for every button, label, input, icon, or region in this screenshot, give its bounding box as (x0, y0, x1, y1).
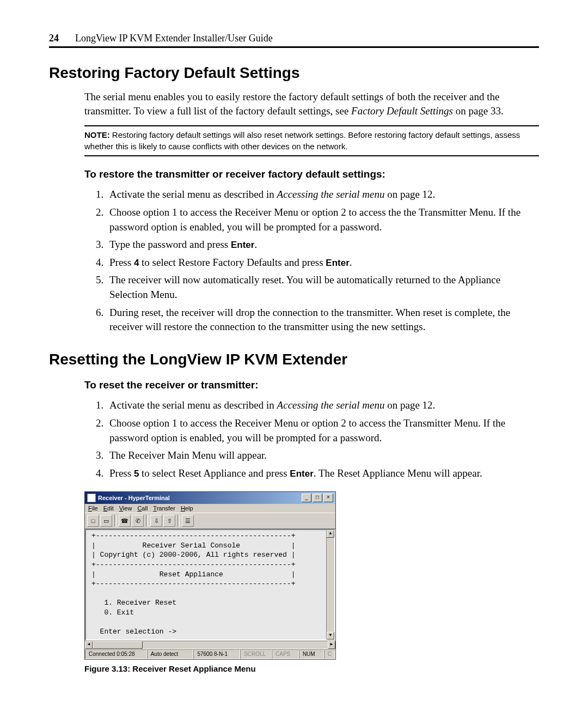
toolbar-open-icon[interactable]: ▭ (100, 515, 112, 527)
page: 24 LongView IP KVM Extender Installer/Us… (0, 0, 588, 695)
step-text: Type the password and press (109, 239, 231, 250)
section2-body: To reset the receiver or transmitter: Ac… (84, 378, 539, 481)
menu-transfer[interactable]: Transfer (153, 505, 175, 512)
step-text: on page 12. (384, 188, 435, 200)
scroll-down-icon[interactable]: ▼ (327, 632, 334, 640)
vertical-scrollbar[interactable]: ▲▼ (326, 530, 334, 640)
step-text: . The Reset Appliance Menu will appear. (314, 467, 482, 479)
window-title: Receiver - HyperTerminal (98, 495, 302, 501)
doc-title: LongView IP KVM Extender Installer/User … (75, 33, 273, 44)
intro-paragraph: The serial menu enables you to easily re… (84, 90, 539, 118)
note-label: NOTE: (84, 130, 110, 139)
menu-view[interactable]: View (119, 505, 132, 512)
terminal-text: +---------------------------------------… (91, 532, 295, 635)
step-text: to select Restore Factory Defaults and p… (139, 257, 326, 268)
step-text: . (350, 257, 352, 268)
toolbar-connect-icon[interactable]: ☎ (119, 515, 131, 527)
step: Type the password and press Enter. (106, 238, 539, 252)
step: Activate the serial menu as described in… (106, 187, 539, 202)
steps-list-2: Activate the serial menu as described in… (84, 398, 539, 480)
step: Press 4 to select Restore Factory Defaul… (106, 255, 539, 270)
section1-body: The serial menu enables you to easily re… (84, 90, 539, 334)
key-5: 5 (134, 468, 139, 479)
statusbar: Connected 0:05:28 Auto detect 57600 8-N-… (85, 649, 335, 659)
key-enter: Enter (231, 240, 254, 250)
section-heading-restoring: Restoring Factory Default Settings (49, 64, 539, 82)
maximize-button[interactable]: □ (313, 494, 322, 502)
status-num: NUM (299, 649, 324, 659)
step: Activate the serial menu as described in… (106, 398, 539, 413)
figure-3-13: Receiver - HyperTerminal _ □ × File Edit… (84, 491, 539, 673)
toolbar-send-icon[interactable]: ⇩ (150, 515, 162, 527)
scroll-thumb[interactable] (93, 641, 143, 649)
key-4: 4 (134, 258, 139, 268)
step-text: on page 12. (384, 399, 435, 411)
section-heading-resetting: Resetting the LongView IP KVM Extender (49, 351, 539, 368)
step-crossref: Accessing the serial menu (277, 399, 385, 411)
toolbar-disconnect-icon[interactable]: ✆ (132, 515, 144, 527)
step: The receiver will now automatically rese… (106, 273, 539, 302)
step: Choose option 1 to access the Receiver M… (106, 416, 539, 445)
toolbar-separator (146, 515, 148, 527)
step: The Receiver Main Menu will appear. (106, 448, 539, 463)
scroll-left-icon[interactable]: ◄ (85, 641, 93, 649)
toolbar: □ ▭ ☎ ✆ ⇩ ⇧ ☰ (85, 513, 335, 529)
procedure-heading-1: To restore the transmitter or receiver f… (84, 167, 539, 181)
status-detect: Auto detect (147, 649, 194, 659)
menubar: File Edit View Call Transfer Help (85, 504, 335, 513)
intro-suffix: on page 33. (453, 105, 504, 117)
toolbar-separator (114, 515, 117, 527)
status-connected: Connected 0:05:28 (85, 649, 147, 659)
step-text: Press (109, 467, 134, 479)
step-text: Activate the serial menu as described in (109, 399, 277, 411)
step-text: . (254, 239, 257, 250)
titlebar[interactable]: Receiver - HyperTerminal _ □ × (85, 492, 335, 504)
toolbar-properties-icon[interactable]: ☰ (182, 515, 194, 527)
step-text: Activate the serial menu as described in (109, 188, 277, 200)
toolbar-new-icon[interactable]: □ (87, 515, 99, 527)
step-crossref: Accessing the serial menu (277, 188, 385, 200)
intro-crossref: Factory Default Settings (351, 105, 453, 117)
menu-help[interactable]: Help (181, 505, 193, 512)
toolbar-receive-icon[interactable]: ⇧ (163, 515, 175, 527)
note-box: NOTE: Restoring factory default settings… (84, 125, 539, 156)
figure-caption: Figure 3.13: Receiver Reset Appliance Me… (84, 664, 539, 673)
status-capture: C (324, 649, 335, 659)
step-text: to select Reset Appliance and press (139, 467, 290, 479)
scroll-right-icon[interactable]: ► (328, 641, 335, 649)
hyperterminal-window: Receiver - HyperTerminal _ □ × File Edit… (84, 491, 336, 660)
scroll-up-icon[interactable]: ▲ (327, 530, 334, 538)
step: Choose option 1 to access the Receiver M… (106, 205, 539, 234)
horizontal-scrollbar[interactable]: ◄ ► (85, 641, 335, 649)
status-baud: 57600 8-N-1 (193, 649, 240, 659)
step: During reset, the receiver will drop the… (106, 306, 539, 334)
menu-file[interactable]: File (88, 505, 98, 512)
step: Press 5 to select Reset Appliance and pr… (106, 466, 539, 481)
key-enter: Enter (326, 258, 349, 268)
app-icon (87, 494, 96, 502)
terminal-pane[interactable]: +---------------------------------------… (85, 529, 335, 641)
close-button[interactable]: × (323, 494, 333, 502)
steps-list-1: Activate the serial menu as described in… (84, 187, 539, 334)
menu-edit[interactable]: Edit (103, 505, 114, 512)
window-buttons: _ □ × (302, 494, 333, 502)
status-caps: CAPS (272, 649, 299, 659)
running-header: 24 LongView IP KVM Extender Installer/Us… (49, 33, 539, 48)
minimize-button[interactable]: _ (302, 494, 311, 502)
key-enter: Enter (290, 468, 313, 479)
note-text: Restoring factory default settings will … (84, 130, 520, 150)
step-text: Press (109, 257, 134, 268)
status-scroll: SCROLL (240, 649, 272, 659)
procedure-heading-2: To reset the receiver or transmitter: (84, 378, 539, 392)
menu-call[interactable]: Call (137, 505, 148, 512)
page-number: 24 (49, 33, 59, 44)
toolbar-separator (177, 515, 180, 527)
